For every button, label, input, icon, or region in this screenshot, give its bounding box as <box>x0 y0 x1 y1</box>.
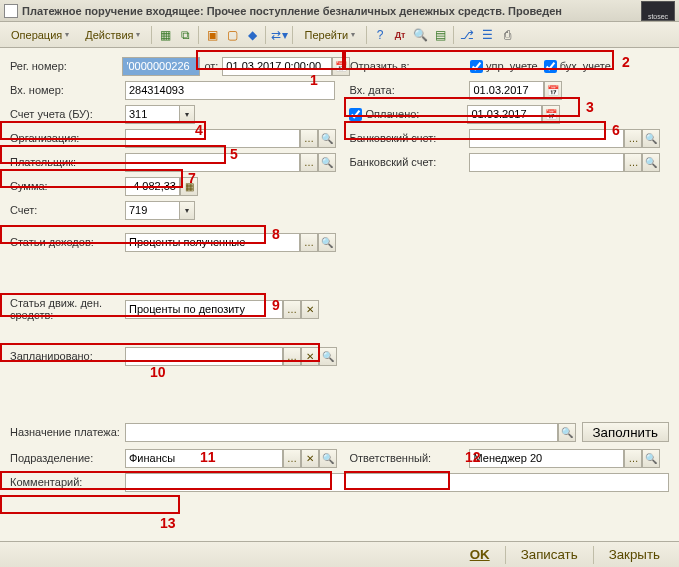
select-button[interactable]: … <box>300 153 318 172</box>
organization-label: Организация: <box>10 132 125 144</box>
titlebar: Платежное поручение входящее: Прочее пос… <box>0 0 679 22</box>
save-button[interactable]: Записать <box>510 545 589 565</box>
unpost-icon[interactable]: ▢ <box>223 26 241 44</box>
account-bu-label: Счет учета (БУ): <box>10 108 125 120</box>
mgmt-acct-label: упр. учете <box>486 60 538 72</box>
new-icon[interactable]: ▦ <box>156 26 174 44</box>
account-dropdown[interactable]: ▾ <box>180 201 195 220</box>
form-body: Рег. номер: от: 📅 Отразить в: упр. учете… <box>0 48 679 500</box>
planned-input[interactable] <box>125 347 283 366</box>
select-button[interactable]: … <box>283 449 301 468</box>
search-button[interactable]: 🔍 <box>642 129 660 148</box>
from-date-input[interactable] <box>222 57 332 76</box>
calc-icon[interactable]: ▦ <box>180 177 198 196</box>
close-button[interactable]: Закрыть <box>598 545 671 565</box>
separator <box>151 26 152 44</box>
separator <box>198 26 199 44</box>
income-articles-label: Статьи доходов: <box>10 236 125 248</box>
payer-input[interactable] <box>125 153 300 172</box>
search-button[interactable]: 🔍 <box>558 423 576 442</box>
comment-input[interactable] <box>125 473 669 492</box>
mgmt-acct-checkbox[interactable] <box>470 60 483 73</box>
account-input[interactable] <box>125 201 180 220</box>
search-button[interactable]: 🔍 <box>319 347 337 366</box>
clear-button[interactable]: ✕ <box>301 347 319 366</box>
paid-checkbox[interactable] <box>349 108 362 121</box>
organization-input[interactable] <box>125 129 300 148</box>
fill-button[interactable]: Заполнить <box>582 422 669 442</box>
search-button[interactable]: 🔍 <box>642 449 660 468</box>
select-button[interactable]: … <box>300 129 318 148</box>
bank-account-input[interactable] <box>469 129 624 148</box>
goto-menu[interactable]: Перейти▾ <box>297 25 362 45</box>
mark-icon[interactable]: ◆ <box>243 26 261 44</box>
search-button[interactable]: 🔍 <box>319 449 337 468</box>
select-button[interactable]: … <box>624 449 642 468</box>
sum-label: Сумма: <box>10 180 125 192</box>
ok-button[interactable]: OK <box>459 545 501 565</box>
movement-article-input[interactable] <box>125 300 283 319</box>
planned-label: Запланировано: <box>10 350 125 362</box>
movement-article-label: Статья движ. ден. средств: <box>10 297 125 321</box>
paid-label: Оплачено: <box>365 108 467 120</box>
copy-icon[interactable]: ⧉ <box>176 26 194 44</box>
search-icon[interactable]: 🔍 <box>411 26 429 44</box>
separator <box>453 26 454 44</box>
payment-purpose-input[interactable] <box>125 423 558 442</box>
payment-purpose-label: Назначение платежа: <box>10 426 125 438</box>
document-icon <box>4 4 18 18</box>
select-button[interactable]: … <box>300 233 318 252</box>
select-button[interactable]: … <box>624 129 642 148</box>
responsible-input[interactable] <box>469 449 624 468</box>
bank-account2-label: Банковский счет: <box>349 156 469 168</box>
post-icon[interactable]: ▣ <box>203 26 221 44</box>
payer-label: Плательщик: <box>10 156 125 168</box>
help-icon[interactable]: ? <box>371 26 389 44</box>
search-button[interactable]: 🔍 <box>642 153 660 172</box>
dtkt-icon[interactable]: Дт <box>391 26 409 44</box>
separator <box>366 26 367 44</box>
basis-icon[interactable]: ⇄▾ <box>270 26 288 44</box>
acct-acct-label: бух. учете <box>560 60 611 72</box>
calendar-icon[interactable]: 📅 <box>332 57 350 76</box>
app-logo: stosec <box>641 1 675 21</box>
department-input[interactable] <box>125 449 283 468</box>
reg-number-label: Рег. номер: <box>10 60 122 72</box>
operation-menu[interactable]: Операция▾ <box>4 25 76 45</box>
print-icon[interactable]: ⎙ <box>498 26 516 44</box>
sum-input[interactable] <box>125 177 180 196</box>
responsible-label: Ответственный: <box>349 452 469 464</box>
select-button[interactable]: … <box>283 347 301 366</box>
select-button[interactable]: … <box>624 153 642 172</box>
from-label: от: <box>204 60 218 72</box>
tree-icon[interactable]: ⎇ <box>458 26 476 44</box>
reg-number-input[interactable] <box>122 57 200 76</box>
calendar-icon[interactable]: 📅 <box>542 105 560 124</box>
bank-account2-input[interactable] <box>469 153 624 172</box>
acct-acct-checkbox[interactable] <box>544 60 557 73</box>
separator <box>265 26 266 44</box>
in-number-input[interactable] <box>125 81 335 100</box>
account-bu-dropdown[interactable]: ▾ <box>180 105 195 124</box>
search-button[interactable]: 🔍 <box>318 233 336 252</box>
department-label: Подразделение: <box>10 452 125 464</box>
select-button[interactable]: … <box>283 300 301 319</box>
actions-menu[interactable]: Действия▾ <box>78 25 147 45</box>
clear-button[interactable]: ✕ <box>301 449 319 468</box>
list-icon[interactable]: ☰ <box>478 26 496 44</box>
account-bu-input[interactable] <box>125 105 180 124</box>
separator <box>505 546 506 564</box>
report-icon[interactable]: ▤ <box>431 26 449 44</box>
search-button[interactable]: 🔍 <box>318 129 336 148</box>
account-label: Счет: <box>10 204 125 216</box>
clear-button[interactable]: ✕ <box>301 300 319 319</box>
in-number-label: Вх. номер: <box>10 84 125 96</box>
bank-account-label: Банковский счет: <box>349 132 469 144</box>
income-articles-input[interactable] <box>125 233 300 252</box>
paid-date-input[interactable] <box>467 105 542 124</box>
search-button[interactable]: 🔍 <box>318 153 336 172</box>
footer: OK Записать Закрыть <box>0 541 679 567</box>
calendar-icon[interactable]: 📅 <box>544 81 562 100</box>
in-date-input[interactable] <box>469 81 544 100</box>
in-date-label: Вх. дата: <box>349 84 469 96</box>
